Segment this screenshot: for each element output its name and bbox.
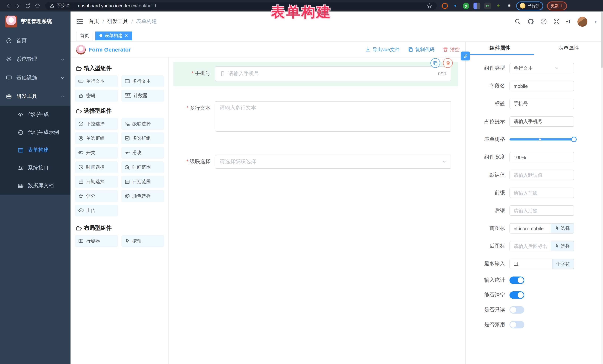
suffix-icon-input[interactable]	[510, 241, 551, 251]
tab-component-props[interactable]: 组件属性	[466, 42, 534, 54]
palette-item[interactable]: 颜色选择	[121, 190, 164, 202]
button-icon	[125, 238, 130, 243]
suffix-input[interactable]	[510, 205, 574, 216]
tab-form-builder[interactable]: 表单构建 ✕	[95, 31, 132, 40]
active-tab-dot	[99, 34, 103, 37]
palette-item[interactable]: 滑块	[121, 147, 164, 159]
palette-item[interactable]: 日期选择	[75, 176, 118, 188]
reload-icon[interactable]	[23, 1, 33, 11]
canvas-field-cascader[interactable]: *级联选择 请选择级联选择	[173, 150, 458, 174]
component-width-input[interactable]	[510, 152, 574, 162]
default-value-input[interactable]	[510, 170, 574, 180]
clearable-toggle[interactable]	[510, 291, 524, 299]
ext-columns-icon[interactable]	[474, 2, 480, 9]
scrollbar-thumb[interactable]	[601, 12, 603, 68]
ext-colorzilla-icon[interactable]	[442, 3, 448, 9]
breadcrumb-home[interactable]: 首页	[89, 18, 99, 25]
palette-item[interactable]: 行容器	[75, 235, 118, 247]
copy-code-button[interactable]: 复制代码	[408, 46, 435, 53]
component-type-select[interactable]: 单行文本	[510, 63, 574, 73]
bookmark-star-icon[interactable]	[427, 3, 432, 9]
form-canvas[interactable]: *手机号 请输入手机号 0/11	[169, 57, 465, 364]
textarea-input[interactable]: 请输入多行文本	[215, 101, 451, 132]
sidebar-item-system[interactable]: 系统管理	[0, 50, 70, 69]
time-icon	[78, 165, 83, 170]
collapse-sidebar-icon[interactable]	[76, 18, 83, 25]
ext-flower-icon[interactable]: ✺	[506, 2, 512, 9]
user-avatar[interactable]	[577, 16, 587, 26]
sidebar-item-db-doc[interactable]: 数据库文档	[0, 177, 70, 195]
security-label[interactable]: 不安全	[57, 3, 70, 9]
palette-item[interactable]: 多行文本	[121, 75, 164, 87]
url-host[interactable]: dashboard.yudao.iocoder.cn	[78, 3, 136, 8]
home-icon[interactable]	[33, 1, 42, 11]
ext-v2ex-icon[interactable]: y	[463, 2, 469, 9]
choose-suffix-icon-button[interactable]: 选择	[551, 241, 574, 251]
canvas-field-textarea[interactable]: *多行文本 请输入多行文本	[173, 97, 458, 137]
palette-item[interactable]: 单选框组	[75, 132, 118, 144]
ext-drop-icon[interactable]: ▼	[452, 2, 459, 9]
generator-title[interactable]: Form Generator	[89, 46, 131, 53]
fullscreen-icon[interactable]	[553, 18, 560, 25]
tab-home[interactable]: 首页	[76, 31, 93, 40]
close-tab-icon[interactable]: ✕	[125, 33, 128, 38]
font-size-icon[interactable]: тT	[566, 19, 571, 24]
page-scrollbar[interactable]	[601, 11, 603, 364]
prefix-icon-input[interactable]	[510, 223, 551, 233]
tab-form-props[interactable]: 表单属性	[534, 42, 603, 54]
sidebar-item-devtools[interactable]: 研发工具	[0, 87, 70, 106]
sidebar-item-codegen-example[interactable]: 代码生成示例	[0, 123, 70, 141]
mobile-input[interactable]: 请输入手机号 0/11	[215, 66, 451, 81]
palette-item[interactable]: 上传	[75, 205, 118, 217]
sidebar-item-api[interactable]: 系统接口	[0, 159, 70, 177]
ext-switchyomega-icon[interactable]: on	[484, 2, 491, 9]
palette-item[interactable]: 密码	[75, 90, 118, 101]
sidebar-item-infra[interactable]: 基础设施	[0, 69, 70, 87]
palette-item[interactable]: 时间范围	[121, 161, 164, 173]
export-vue-button[interactable]: 导出vue文件	[365, 46, 400, 53]
palette-item[interactable]: 单行文本	[75, 75, 118, 87]
palette-item[interactable]: 多选框组	[121, 132, 164, 144]
sidebar-item-form-builder[interactable]: 表单构建	[0, 141, 70, 159]
palette-item[interactable]: 开关	[75, 147, 118, 159]
palette-item[interactable]: 级联选择	[121, 118, 164, 130]
word-limit-toggle[interactable]	[510, 276, 524, 284]
readonly-toggle[interactable]	[510, 306, 524, 314]
breadcrumb: 首页 / 研发工具 / 表单构建	[89, 18, 157, 25]
address-bar[interactable]: 不安全 dashboard.yudao.iocoder.cn/tool/buil…	[45, 2, 437, 10]
breadcrumb-devtools[interactable]: 研发工具	[107, 18, 128, 25]
forward-icon[interactable]	[13, 1, 23, 11]
help-icon[interactable]	[540, 18, 547, 25]
browser-update-button[interactable]: 更新 ⁝	[547, 1, 567, 10]
canvas-field-mobile[interactable]: *手机号 请输入手机号 0/11	[173, 62, 458, 86]
profile-paused-badge[interactable]: 已暂停	[516, 1, 543, 10]
delete-field-button[interactable]	[443, 58, 453, 68]
palette-item[interactable]: 下拉选择	[75, 118, 118, 130]
sidebar-item-home[interactable]: 首页	[0, 32, 70, 50]
cascader-select[interactable]: 请选择级联选择	[215, 154, 451, 169]
palette-item[interactable]: 时间选择	[75, 161, 118, 173]
clear-button[interactable]: 清空	[443, 46, 460, 53]
search-icon[interactable]	[514, 18, 521, 25]
github-icon[interactable]	[527, 18, 534, 25]
browser-menu-icon[interactable]: ⁝	[561, 5, 563, 7]
disabled-toggle[interactable]	[510, 321, 524, 328]
palette-item[interactable]: 按钮	[121, 235, 164, 247]
palette-item[interactable]: 评分	[75, 190, 118, 202]
duplicate-field-button[interactable]	[430, 58, 440, 68]
placeholder-input[interactable]	[510, 116, 574, 127]
avatar-caret-icon[interactable]: ▼	[594, 20, 597, 23]
max-input-field[interactable]	[510, 259, 552, 269]
back-icon[interactable]	[4, 1, 13, 11]
slider-handle[interactable]	[571, 137, 577, 142]
prefix-input[interactable]	[510, 188, 574, 198]
app-logo[interactable]: 芋道管理系统	[0, 11, 70, 32]
form-grid-slider[interactable]	[510, 134, 574, 144]
choose-prefix-icon-button[interactable]: 选择	[551, 223, 574, 233]
ext-grammar-icon[interactable]: ⚜	[495, 2, 502, 9]
palette-item[interactable]: 123计数器	[121, 90, 164, 101]
sidebar-item-codegen[interactable]: 代码生成	[0, 106, 70, 123]
palette-item[interactable]: 日期范围	[121, 176, 164, 188]
field-name-input[interactable]	[510, 81, 574, 91]
title-input[interactable]	[510, 99, 574, 109]
